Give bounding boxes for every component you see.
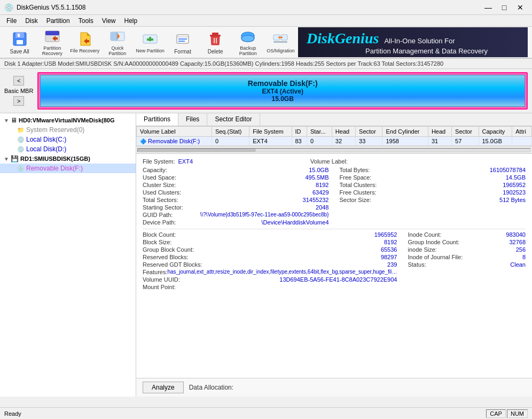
backup-partition-button[interactable]: Backup Partition bbox=[233, 28, 263, 56]
menu-disk[interactable]: Disk bbox=[21, 16, 42, 26]
fs-devicepath-line: Device Path: \Device\HarddiskVolume4 bbox=[143, 219, 329, 226]
new-partition-button[interactable]: New Partition bbox=[135, 28, 165, 56]
maximize-button[interactable]: □ bbox=[497, 2, 512, 13]
menu-file[interactable]: File bbox=[2, 16, 21, 26]
fs-volumeuuid-value: 13D694EB-5A56-FE41-8C8A023C7922E904 bbox=[279, 276, 397, 283]
close-button[interactable]: ✕ bbox=[513, 2, 528, 13]
fs-features-label: Features: bbox=[143, 269, 167, 275]
tree-item-local-c[interactable]: 💿 Local Disk(C:) bbox=[0, 135, 136, 144]
disk-bar-inner[interactable]: Removable Disk(F:) EXT4 (Active) 15.0GB bbox=[40, 75, 525, 107]
fs-mountpoint-line: Mount Point: bbox=[143, 284, 397, 290]
disk-prev-button[interactable]: < bbox=[13, 76, 24, 86]
fs-inodejournal-value: 8 bbox=[522, 254, 526, 260]
status-right: CAP NUM bbox=[486, 409, 528, 418]
fs-inodesize-line: inode Size: 256 bbox=[408, 246, 526, 253]
row-sector1: 33 bbox=[356, 137, 382, 146]
quick-partition-button[interactable]: Quick Partition bbox=[102, 28, 132, 56]
fs-volume-label-label: Volume Label: bbox=[310, 158, 348, 165]
col-head2: Head bbox=[428, 127, 451, 137]
fs-totalbytes-label: Total Bytes: bbox=[340, 167, 370, 173]
right-panel: Partitions Files Sector Editor Volume La… bbox=[136, 113, 532, 397]
row-head1: 32 bbox=[332, 137, 355, 146]
fs-totalsectors-line: Total Sectors: 31455232 bbox=[143, 197, 329, 203]
analyze-button[interactable]: Analyze bbox=[143, 382, 184, 393]
fs-capacity-value: 15.0GB bbox=[309, 167, 328, 173]
fs-right-col: Total Bytes: 16105078784 Free Space: 14.… bbox=[340, 167, 526, 227]
svg-rect-3 bbox=[18, 34, 20, 37]
fs-inodecount-value: 983040 bbox=[506, 231, 526, 238]
partition-table: Volume Label Seq.(Stat) File System ID S… bbox=[136, 126, 532, 146]
save-all-button[interactable]: Save All bbox=[4, 28, 35, 56]
tab-files[interactable]: Files bbox=[178, 113, 207, 126]
menu-partition[interactable]: Partition bbox=[42, 16, 74, 26]
file-recovery-button[interactable]: File Recovery bbox=[69, 28, 100, 56]
fs-groupinodecount-label: Group Inode Count: bbox=[408, 239, 459, 245]
menu-help[interactable]: Help bbox=[120, 16, 142, 26]
app-title: DiskGenius V5.5.1.1508 bbox=[17, 4, 85, 11]
svg-rect-5 bbox=[45, 31, 59, 35]
fs-startingsector-line: Starting Sector: 2048 bbox=[143, 204, 329, 211]
backup-partition-icon bbox=[239, 28, 256, 45]
tree-item-hd0[interactable]: ▼ 🖥 HD0:VMwareVirtualNVMeDisk(80G bbox=[0, 115, 136, 125]
os-migration-button[interactable]: OS/Migration bbox=[265, 28, 296, 56]
fs-divider1 bbox=[143, 229, 526, 229]
menu-tools[interactable]: Tools bbox=[74, 16, 98, 26]
tree-item-removable-f[interactable]: 💿 Removable Disk(F:) bbox=[0, 164, 136, 173]
fs-startingsector-label: Starting Sector: bbox=[143, 204, 183, 211]
fs-filesystem: File System: EXT4 bbox=[143, 158, 193, 165]
col-attrib: Attri bbox=[512, 127, 532, 137]
hd0-icon: 🖥 bbox=[11, 117, 17, 124]
left-panel: ▼ 🖥 HD0:VMwareVirtualNVMeDisk(80G 📁 Syst… bbox=[0, 113, 136, 397]
svg-rect-2 bbox=[17, 40, 23, 44]
menu-view[interactable]: View bbox=[98, 16, 120, 26]
partition-recovery-button[interactable]: Partition Recovery bbox=[37, 28, 67, 56]
delete-button[interactable]: Delete bbox=[200, 28, 231, 56]
minimize-button[interactable]: — bbox=[481, 2, 496, 13]
fs-usedspace-label: Used Space: bbox=[143, 174, 176, 181]
fs-freeclusters-value: 1902523 bbox=[503, 189, 526, 196]
status-num: NUM bbox=[507, 409, 528, 418]
system-reserved-icon: 📁 bbox=[17, 127, 25, 134]
fs-block-left: Block Count: 1965952 Block Size: 8192 Gr… bbox=[143, 231, 397, 291]
disk-info-bar: Disk 1 Adapter:USB Model:SMIUSBDISK S/N:… bbox=[0, 59, 532, 69]
fs-volume-label-pair: Volume Label: bbox=[310, 158, 351, 165]
tab-partitions[interactable]: Partitions bbox=[136, 113, 178, 126]
delete-icon bbox=[207, 30, 224, 48]
svg-rect-12 bbox=[147, 38, 153, 41]
disk-next-button[interactable]: > bbox=[13, 96, 24, 106]
tree-item-system-reserved[interactable]: 📁 System Reserved(0) bbox=[0, 125, 136, 135]
fs-sectorsize-value: 512 Bytes bbox=[499, 197, 526, 203]
svg-rect-17 bbox=[212, 33, 218, 35]
fs-freespace-value: 14.5GB bbox=[506, 174, 526, 181]
tree-item-local-d[interactable]: 💿 Local Disk(D:) bbox=[0, 144, 136, 154]
fs-features-line: Features: has_journal,ext_attr,resize_in… bbox=[143, 269, 397, 275]
fs-totalclusters-value: 1965952 bbox=[503, 182, 526, 188]
fs-reservedgdt-value: 239 bbox=[387, 261, 397, 268]
expand-hd0[interactable]: ▼ bbox=[2, 118, 11, 123]
format-label: Format bbox=[174, 49, 191, 55]
expand-rd1[interactable]: ▼ bbox=[2, 156, 11, 162]
tree-item-rd1[interactable]: ▼ 💾 RD1:SMIUSBDISK(15GB) bbox=[0, 154, 136, 164]
os-migration-icon bbox=[272, 30, 289, 48]
new-partition-label: New Partition bbox=[136, 49, 165, 54]
system-reserved-label: System Reserved(0) bbox=[26, 126, 84, 134]
save-all-label: Save All bbox=[10, 49, 29, 55]
disk-bar-name: Removable Disk(F:) bbox=[248, 79, 318, 88]
col-head1: Head bbox=[332, 127, 355, 137]
logo-subtitle2: Partition Management & Data Recovery bbox=[365, 47, 488, 55]
removable-f-label: Removable Disk(F:) bbox=[26, 165, 83, 172]
horizontal-scrollbar[interactable] bbox=[136, 146, 532, 154]
format-button[interactable]: Format bbox=[168, 28, 198, 56]
fs-reservedgdt-line: Reserved GDT Blocks: 239 bbox=[143, 261, 397, 268]
local-d-label: Local Disk(D:) bbox=[26, 145, 66, 153]
fs-sectorsize-line: Sector Size: 512 Bytes bbox=[340, 197, 526, 203]
disk-bar-size: 15.0GB bbox=[272, 95, 294, 103]
fs-filesystem-value: EXT4 bbox=[178, 158, 193, 165]
table-row[interactable]: 🔷 Removable Disk(F:) 0 EXT4 83 0 32 33 1… bbox=[137, 137, 532, 146]
partition-recovery-icon bbox=[44, 28, 61, 45]
row-id: 83 bbox=[292, 137, 307, 146]
fs-blockcount-line: Block Count: 1965952 bbox=[143, 231, 397, 238]
file-recovery-icon bbox=[76, 30, 93, 48]
tab-sector-editor[interactable]: Sector Editor bbox=[207, 113, 260, 126]
fs-info-area: File System: EXT4 Volume Label: Capacity… bbox=[136, 154, 532, 378]
